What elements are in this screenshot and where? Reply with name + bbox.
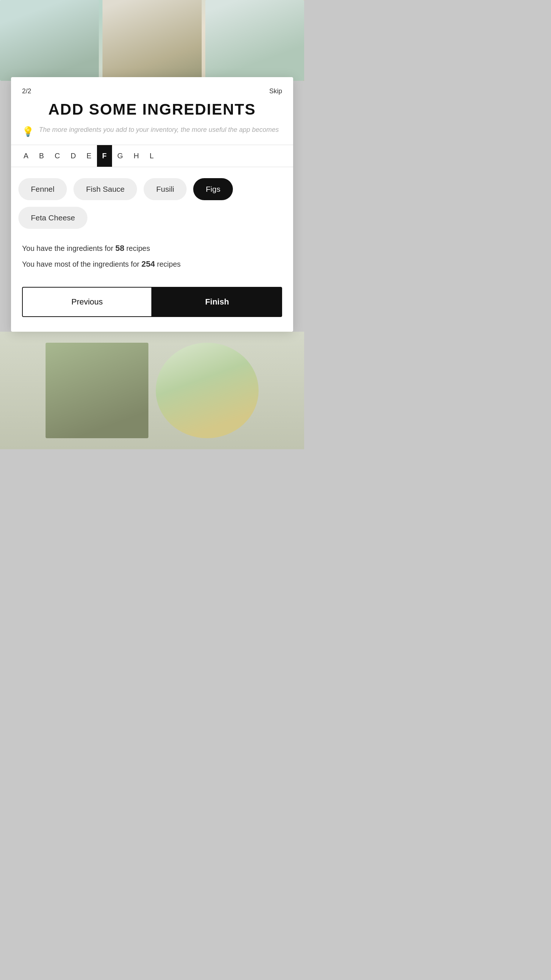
bg-photo-bottom-left [46, 343, 148, 438]
modal-header: 2/2 Skip [11, 77, 293, 95]
modal-card: 2/2 Skip ADD SOME INGREDIENTS 💡 The more… [11, 77, 293, 332]
ingredient-figs[interactable]: Figs [193, 178, 233, 200]
action-buttons: Previous Finish [11, 287, 293, 317]
bg-photo-center [102, 0, 201, 81]
ingredient-fennel[interactable]: Fennel [18, 178, 67, 200]
bg-photo-bottom-right [156, 343, 259, 438]
alpha-d[interactable]: D [65, 145, 81, 167]
alpha-a[interactable]: A [18, 145, 34, 167]
alpha-g[interactable]: G [112, 145, 129, 167]
skip-button[interactable]: Skip [269, 88, 282, 95]
exact-recipes-line: You have the ingredients for 58 recipes [22, 242, 282, 254]
alpha-l[interactable]: L [144, 145, 159, 167]
stats-section: You have the ingredients for 58 recipes … [11, 236, 293, 284]
alpha-c[interactable]: C [49, 145, 65, 167]
ingredient-fish-sauce[interactable]: Fish Sauce [73, 178, 137, 200]
ingredient-fusili[interactable]: Fusili [143, 178, 186, 200]
finish-button[interactable]: Finish [152, 287, 282, 317]
hint-text: The more ingredients you add to your inv… [39, 125, 279, 134]
alpha-h[interactable]: H [129, 145, 144, 167]
lightbulb-icon: 💡 [22, 126, 34, 137]
exact-count: 58 [115, 243, 124, 253]
alphabet-nav: A B C D E F G H L [11, 145, 293, 167]
page-title: ADD SOME INGREDIENTS [11, 95, 293, 121]
hint-row: 💡 The more ingredients you add to your i… [11, 121, 293, 145]
alpha-b[interactable]: B [34, 145, 49, 167]
most-count: 254 [142, 259, 155, 269]
step-indicator: 2/2 [22, 88, 31, 95]
bg-photo-right [205, 0, 304, 81]
bg-bottom [0, 332, 304, 449]
alpha-f[interactable]: F [97, 145, 112, 167]
most-recipes-line: You have most of the ingredients for 254… [22, 258, 282, 270]
ingredients-grid: Fennel Fish Sauce Fusili Figs Feta Chees… [11, 167, 293, 236]
alpha-e[interactable]: E [81, 145, 97, 167]
previous-button[interactable]: Previous [22, 287, 152, 317]
bg-photo-left [0, 0, 99, 81]
ingredient-feta-cheese[interactable]: Feta Cheese [18, 207, 88, 229]
